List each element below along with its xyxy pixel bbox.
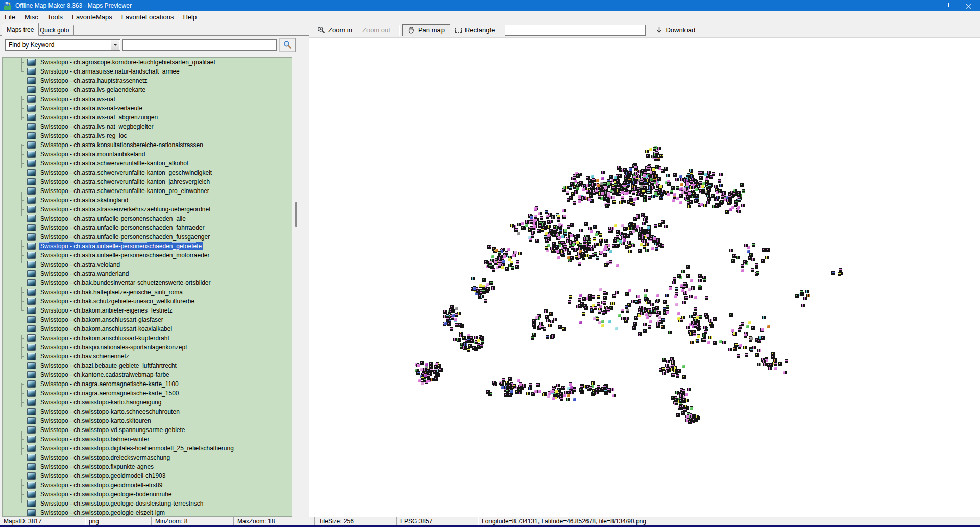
tree-item[interactable]: Swisstopo - ch.astra.hauptstrassennetz <box>3 76 292 85</box>
map-tile-marker <box>607 308 610 312</box>
tree-item[interactable]: Swisstopo - ch.astra.ivs-nat <box>3 94 292 104</box>
tree-item[interactable]: Swisstopo - ch.astra.ivs-nat-verlaeufe <box>3 104 292 113</box>
map-layer-icon <box>27 95 36 103</box>
tree-item[interactable]: Swisstopo - ch.astra.strassenverkehrszae… <box>3 205 292 214</box>
tree-item[interactable]: Swisstopo - ch.swisstopo.bahnen-winter <box>3 435 292 444</box>
tree-item[interactable]: Swisstopo - ch.bakom.anschlussart-koaxia… <box>3 324 292 333</box>
keyword-input[interactable] <box>122 39 277 51</box>
map-tile-marker <box>732 254 736 258</box>
tree-item[interactable]: Swisstopo - ch.astra.ivs-nat_abgrenzunge… <box>3 113 292 122</box>
tree-item[interactable]: Swisstopo - ch.astra.unfaelle-personensc… <box>3 214 292 223</box>
map-tile-marker <box>644 181 647 185</box>
map-tile-marker <box>733 192 737 196</box>
tree-item[interactable]: Swisstopo - ch.swisstopo-karto.skitouren <box>3 416 292 425</box>
tree-item[interactable]: Swisstopo - ch.bakom.anschlussart-glasfa… <box>3 315 292 324</box>
tree-item[interactable]: Swisstopo - ch.swisstopo-karto.hangneigu… <box>3 398 292 407</box>
tree-item[interactable]: Swisstopo - ch.astra.mountainbikeland <box>3 150 292 159</box>
map-tile-marker <box>652 171 656 175</box>
zoom-in-button[interactable]: Zoom in <box>312 24 357 36</box>
minimize-button[interactable] <box>910 0 933 11</box>
menu-misc[interactable]: Misc <box>20 12 43 22</box>
tree-item[interactable]: Swisstopo - ch.astra.schwerverunfallte-k… <box>3 168 292 177</box>
map-tile-marker <box>570 182 574 186</box>
tab-maps-tree[interactable]: Maps tree <box>2 23 39 36</box>
map-tile-marker <box>604 245 607 248</box>
map-tile-marker <box>757 339 761 343</box>
tree-item[interactable]: Swisstopo - ch.bazl.bebaute-gebiete_luft… <box>3 361 292 370</box>
pan-map-button[interactable]: Pan map <box>402 24 450 36</box>
rectangle-button[interactable]: Rectangle <box>450 24 500 36</box>
tree-item[interactable]: Swisstopo - ch.swisstopo.geologie-bodenu… <box>3 490 292 499</box>
tree-item[interactable]: Swisstopo - ch.astra.unfaelle-personensc… <box>3 251 292 260</box>
map-tile-marker <box>538 221 542 225</box>
tree-item[interactable]: Swisstopo - ch.astra.unfaelle-personensc… <box>3 223 292 232</box>
tree-item-label: Swisstopo - ch.swisstopo.geoidmodell-etr… <box>39 481 164 489</box>
tree-item[interactable]: Swisstopo - ch.astra.ivs-reg_loc <box>3 131 292 140</box>
tree-item[interactable]: Swisstopo - ch.astra.skatingland <box>3 196 292 205</box>
tree-item[interactable]: Swisstopo - ch.bav.schienennetz <box>3 352 292 361</box>
restore-button[interactable] <box>933 0 957 11</box>
download-button[interactable]: Download <box>651 24 700 36</box>
close-button[interactable] <box>957 0 980 11</box>
tree-item[interactable]: Swisstopo - ch.bak.halteplaetze-jenische… <box>3 288 292 297</box>
tree-item[interactable]: Swisstopo - ch.astra.unfaelle-personensc… <box>3 242 292 251</box>
tree-item[interactable]: Swisstopo - ch.bak.bundesinventar-schuet… <box>3 278 292 288</box>
zoom-out-button[interactable]: Zoom out <box>357 24 396 36</box>
map-tile-marker <box>666 174 670 177</box>
tree-item[interactable]: Swisstopo - ch.bakom.anbieter-eigenes_fe… <box>3 306 292 315</box>
combo-dropdown-button[interactable] <box>111 40 119 50</box>
tree-item[interactable]: Swisstopo - ch.astra.ivs-nat_wegbegleite… <box>3 122 292 131</box>
tree-branch-line <box>22 200 27 201</box>
tree-item[interactable]: Swisstopo - ch.astra.konsultationsbereic… <box>3 140 292 150</box>
tree-item[interactable]: Swisstopo - ch.astra.unfaelle-personensc… <box>3 232 292 242</box>
tree-item[interactable]: Swisstopo - ch.bakom.anschlussart-kupfer… <box>3 333 292 343</box>
tree-branch-line <box>22 62 27 63</box>
map-tile-marker <box>673 193 676 196</box>
map-tile-marker <box>648 325 651 329</box>
map-tile-marker <box>533 219 536 222</box>
tree-item[interactable]: Swisstopo - ch.agroscope.korridore-feuch… <box>3 58 292 67</box>
map-tile-marker <box>450 327 453 331</box>
tab-quick-goto[interactable]: Quick goto <box>35 25 74 36</box>
tree-item[interactable]: Swisstopo - ch.swisstopo-karto.schneesch… <box>3 407 292 416</box>
panel-splitter[interactable] <box>308 22 308 517</box>
tree-item[interactable]: Swisstopo - ch.swisstopo.geologie-dosisl… <box>3 499 292 508</box>
tree-item[interactable]: Swisstopo - ch.swisstopo.digitales-hoehe… <box>3 444 292 453</box>
tree-item[interactable]: Swisstopo - ch.swisstopo.geoidmodell-etr… <box>3 481 292 490</box>
find-mode-combobox[interactable]: Find by Keyword <box>5 39 120 51</box>
tree-item[interactable]: Swisstopo - ch.astra.schwerverunfallte-k… <box>3 159 292 168</box>
tree-item-label: Swisstopo - ch.astra.skatingland <box>39 196 130 204</box>
tree-branch-line <box>22 458 27 458</box>
map-tile-marker <box>421 381 424 385</box>
tree-item[interactable]: Swisstopo - ch.nagra.aeromagnetische-kar… <box>3 389 292 398</box>
tree-item[interactable]: Swisstopo - ch.astra.schwerverunfallte-k… <box>3 177 292 186</box>
tree-item[interactable]: Swisstopo - ch.armasuisse.natur-landscha… <box>3 67 292 76</box>
menu-file[interactable]: File <box>0 12 20 22</box>
tree-item[interactable]: Swisstopo - ch.swisstopo.dreiecksvermasc… <box>3 453 292 462</box>
menu-tools[interactable]: Tools <box>43 12 67 22</box>
menu-favoritelocations[interactable]: FavoriteLocations <box>117 12 179 22</box>
tree-item[interactable]: Swisstopo - ch.swisstopo.geologie-eiszei… <box>3 508 292 517</box>
tree-item[interactable]: Swisstopo - ch.astra.wanderland <box>3 269 292 278</box>
toolbar-text-input[interactable] <box>505 25 646 36</box>
maps-tree-list: Swisstopo - ch.agroscope.korridore-feuch… <box>2 57 292 517</box>
map-layer-icon <box>27 252 36 259</box>
tree-item[interactable]: Swisstopo - ch.swisstopo.geoidmodell-ch1… <box>3 471 292 481</box>
tree-item[interactable]: Swisstopo - ch.astra.veloland <box>3 260 292 269</box>
tree-item[interactable]: Swisstopo - ch.nagra.aeromagnetische-kar… <box>3 379 292 389</box>
tree-item[interactable]: Swisstopo - ch.kantone.cadastralwebmap-f… <box>3 370 292 379</box>
tree-item[interactable]: Swisstopo - ch.baspo.nationales-sportanl… <box>3 343 292 352</box>
map-tile-marker <box>755 263 758 267</box>
map-tile-marker <box>720 200 724 204</box>
tree-item[interactable]: Swisstopo - ch.swisstopo-vd.spannungsarm… <box>3 425 292 435</box>
map-preview-area[interactable] <box>309 38 980 517</box>
tree-item[interactable]: Swisstopo - ch.swisstopo.fixpunkte-agnes <box>3 462 292 471</box>
tree-item[interactable]: Swisstopo - ch.bak.schutzgebiete-unesco_… <box>3 297 292 306</box>
menu-favoritemaps[interactable]: FavoriteMaps <box>67 12 117 22</box>
menu-help[interactable]: Help <box>178 12 201 22</box>
tree-scrollbar-thumb[interactable] <box>295 202 297 227</box>
tree-item[interactable]: Swisstopo - ch.astra.schwerverunfallte-k… <box>3 186 292 196</box>
tree-item[interactable]: Swisstopo - ch.astra.ivs-gelaendekarte <box>3 85 292 94</box>
map-tile-marker <box>578 262 581 266</box>
search-button[interactable] <box>279 38 296 52</box>
